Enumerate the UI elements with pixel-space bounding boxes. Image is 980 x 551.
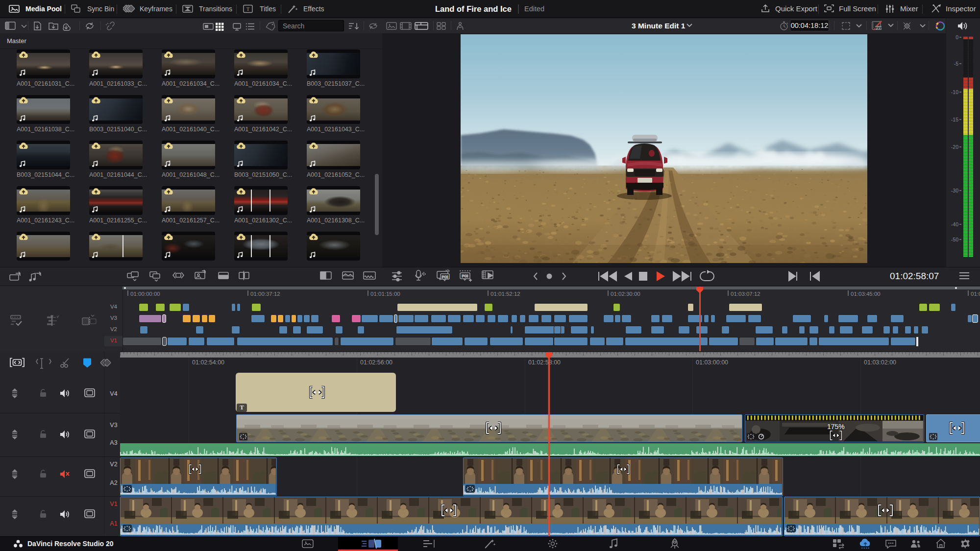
- svg-text:T: T: [246, 6, 250, 12]
- svg-text:PXY: PXY: [875, 26, 882, 30]
- svg-text:POI: POI: [462, 274, 468, 278]
- svg-text:POI: POI: [442, 275, 448, 279]
